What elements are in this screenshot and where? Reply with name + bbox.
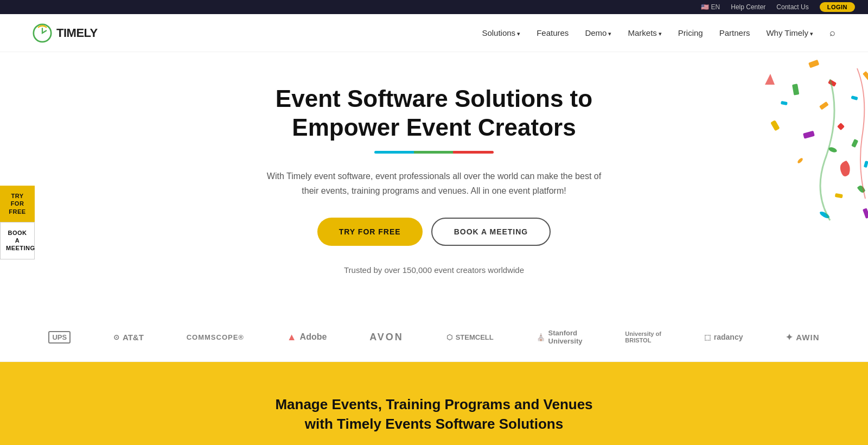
contact-us-link[interactable]: Contact Us (776, 3, 808, 11)
language-selector[interactable]: 🇺🇸 EN (701, 3, 720, 11)
svg-rect-3 (792, 84, 799, 95)
svg-rect-16 (863, 208, 868, 219)
nav-demo[interactable]: Demo (585, 28, 611, 37)
nav-pricing[interactable]: Pricing (678, 28, 703, 37)
flag-icon: 🇺🇸 (701, 3, 709, 11)
top-bar: 🇺🇸 EN Help Center Contact Us LOGIN (0, 0, 868, 14)
logo-link[interactable]: TIMELY (33, 23, 98, 43)
svg-rect-12 (770, 120, 780, 131)
logo-avon: AVON (369, 332, 404, 343)
svg-rect-8 (851, 139, 858, 148)
svg-rect-4 (851, 96, 858, 100)
hero-subtext: With Timely event software, event profes… (266, 169, 602, 198)
yellow-heading: Manage Events, Training Programs and Ven… (22, 395, 846, 434)
try-for-free-button[interactable]: TRY FOR FREE (317, 218, 423, 246)
logo-text: TIMELY (56, 26, 98, 40)
nav-partners[interactable]: Partners (719, 28, 750, 37)
help-center-link[interactable]: Help Center (731, 3, 765, 11)
side-try-free-button[interactable]: TRY FOR FREE (0, 186, 35, 222)
hero-underline-decoration (374, 151, 494, 154)
svg-rect-9 (781, 101, 788, 105)
navbar: TIMELY Solutions Features Demo Markets P… (0, 14, 868, 52)
ups-icon: UPS (48, 331, 71, 344)
side-book-meeting-button[interactable]: BOOK A MEETING (0, 222, 35, 259)
nav-solutions[interactable]: Solutions (482, 28, 520, 37)
logo-bristol: University ofBRISTOL (625, 330, 661, 344)
awin-icon: ✦ (786, 332, 793, 342)
yellow-section: Manage Events, Training Programs and Ven… (0, 362, 868, 445)
adobe-icon: ▲ (287, 332, 297, 343)
svg-rect-2 (828, 79, 837, 87)
hero-heading: Event Software Solutions to Empower Even… (239, 85, 629, 142)
side-buttons: TRY FOR FREE BOOK A MEETING (0, 186, 35, 259)
logo-ups: UPS (48, 331, 71, 344)
svg-rect-15 (835, 193, 843, 198)
language-label: EN (711, 3, 720, 11)
trust-text: Trusted by over 150,000 event creators w… (11, 265, 857, 275)
logos-bar: UPS ⊙ AT&T COMMSCOPE® ▲ Adobe AVON ⬡ STE… (0, 318, 868, 362)
book-a-meeting-button[interactable]: BOOK A MEETING (431, 218, 551, 246)
svg-point-14 (797, 157, 804, 164)
logo-radancy: ⬚ radancy (704, 333, 743, 341)
svg-rect-13 (864, 161, 868, 168)
logo-awin: ✦ AWIN (786, 332, 819, 342)
svg-rect-7 (803, 131, 815, 139)
nav-markets[interactable]: Markets (628, 28, 661, 37)
search-icon[interactable]: ⌕ (829, 27, 835, 39)
svg-rect-10 (863, 71, 868, 80)
hero-buttons: TRY FOR FREE BOOK A MEETING (11, 218, 857, 246)
nav-links: Solutions Features Demo Markets Pricing … (482, 27, 835, 39)
svg-point-11 (828, 147, 838, 154)
svg-rect-6 (837, 123, 845, 130)
logo-stanford: ⛪ StanfordUniversity (537, 329, 583, 345)
logo-commscope: COMMSCOPE® (187, 333, 244, 341)
svg-rect-5 (819, 101, 829, 110)
logo-stemcell: ⬡ STEMCELL (446, 333, 494, 341)
svg-rect-1 (808, 60, 819, 68)
timely-logo-icon (33, 23, 52, 43)
hero-section: Event Software Solutions to Empower Even… (0, 52, 868, 318)
logo-att: ⊙ AT&T (113, 333, 144, 342)
nav-why-timely[interactable]: Why Timely (766, 28, 813, 37)
att-icon: ⊙ (113, 333, 119, 341)
logo-adobe: ▲ Adobe (287, 332, 327, 343)
login-button[interactable]: LOGIN (820, 2, 855, 12)
nav-features[interactable]: Features (537, 28, 569, 37)
confetti-decoration (640, 52, 868, 280)
